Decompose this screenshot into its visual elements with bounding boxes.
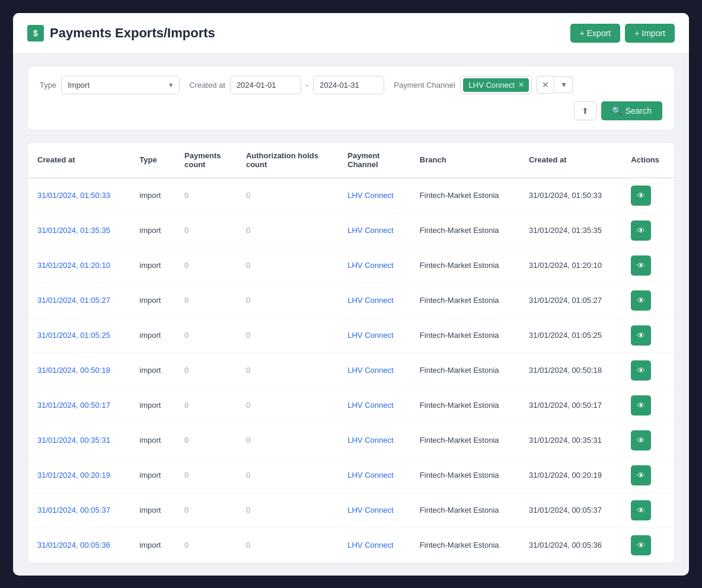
payment-channel-group: Payment Channel LHV Connect ✕ ✕ ▼	[394, 76, 573, 94]
cell-branch-7: Fintech-Market Estonia	[410, 423, 519, 458]
cell-created-at-0: 31/01/2024, 01:50:33	[28, 178, 130, 213]
view-button-0[interactable]: 👁	[631, 186, 651, 206]
view-button-9[interactable]: 👁	[631, 500, 651, 520]
table-row: 31/01/2024, 01:50:33 import 0 0 LHV Conn…	[28, 178, 674, 213]
date-from-input[interactable]	[230, 76, 301, 94]
cell-created-at2-6: 31/01/2024, 00:50:17	[519, 388, 621, 423]
eye-icon-1: 👁	[637, 226, 645, 235]
cell-type-4: import	[130, 318, 175, 353]
cell-branch-5: Fintech-Market Estonia	[410, 353, 519, 388]
view-button-5[interactable]: 👁	[631, 360, 651, 381]
cell-payments-count-7: 0	[175, 423, 237, 458]
channel-link-0[interactable]: LHV Connect	[347, 191, 393, 200]
channel-link-7[interactable]: LHV Connect	[347, 436, 393, 445]
eye-icon-3: 👁	[637, 296, 645, 305]
created-at-link-2[interactable]: 31/01/2024, 01:20:10	[37, 261, 110, 270]
created-at-link-4[interactable]: 31/01/2024, 01:05:25	[37, 331, 110, 340]
header-left: $ Payments Exports/Imports	[27, 25, 215, 41]
cell-created-at-5: 31/01/2024, 00:50:18	[28, 353, 130, 388]
cell-branch-0: Fintech-Market Estonia	[410, 178, 519, 213]
created-at-link-5[interactable]: 31/01/2024, 00:50:18	[37, 366, 110, 375]
channel-link-8[interactable]: LHV Connect	[347, 471, 393, 480]
created-at-link-0[interactable]: 31/01/2024, 01:50:33	[37, 191, 110, 200]
channel-link-5[interactable]: LHV Connect	[347, 366, 393, 375]
cell-payments-count-4: 0	[175, 318, 237, 353]
type-filter-group: Type Import Export	[40, 76, 180, 94]
cell-type-1: import	[130, 213, 175, 248]
cell-actions-9: 👁	[621, 493, 674, 528]
view-button-8[interactable]: 👁	[631, 465, 651, 485]
cell-auth-holds-7: 0	[237, 423, 338, 458]
created-at-link-1[interactable]: 31/01/2024, 01:35:35	[37, 226, 110, 235]
cell-branch-8: Fintech-Market Estonia	[410, 458, 519, 493]
cell-auth-holds-5: 0	[237, 353, 338, 388]
table-row: 31/01/2024, 01:05:25 import 0 0 LHV Conn…	[28, 318, 674, 353]
cell-auth-holds-3: 0	[237, 283, 338, 318]
export-button[interactable]: + Export	[570, 24, 621, 43]
cell-auth-holds-6: 0	[237, 388, 338, 423]
channel-link-2[interactable]: LHV Connect	[347, 261, 393, 270]
page-title: Payments Exports/Imports	[50, 25, 215, 41]
type-select-wrapper: Import Export	[61, 76, 180, 94]
col-created-at: Created at	[28, 143, 130, 178]
channel-link-3[interactable]: LHV Connect	[347, 296, 393, 305]
cell-auth-holds-0: 0	[237, 178, 338, 213]
view-button-2[interactable]: 👁	[631, 255, 651, 276]
created-at-link-8[interactable]: 31/01/2024, 00:20:19	[37, 471, 110, 480]
col-actions: Actions	[621, 143, 674, 178]
cell-created-at2-9: 31/01/2024, 00:05:37	[519, 493, 621, 528]
table-body: 31/01/2024, 01:50:33 import 0 0 LHV Conn…	[28, 178, 674, 563]
cell-actions-3: 👁	[621, 283, 674, 318]
cell-type-3: import	[130, 283, 175, 318]
cell-created-at2-4: 31/01/2024, 01:05:25	[519, 318, 621, 353]
date-to-input[interactable]	[313, 76, 384, 94]
col-payments-count: Paymentscount	[175, 143, 237, 178]
cell-auth-holds-10: 0	[237, 528, 338, 563]
channel-link-9[interactable]: LHV Connect	[347, 506, 393, 514]
cell-created-at-9: 31/01/2024, 00:05:37	[28, 493, 130, 528]
created-at-link-10[interactable]: 31/01/2024, 00:05:36	[37, 541, 110, 549]
view-button-7[interactable]: 👁	[631, 430, 651, 450]
eye-icon-0: 👁	[637, 191, 645, 200]
eye-icon-9: 👁	[637, 506, 645, 515]
type-select[interactable]: Import Export	[61, 76, 180, 94]
channel-dropdown-button[interactable]: ▼	[556, 76, 573, 93]
channel-link-10[interactable]: LHV Connect	[347, 541, 393, 549]
cell-actions-6: 👁	[621, 388, 674, 423]
search-button[interactable]: 🔍 Search	[601, 101, 662, 120]
import-button[interactable]: + Import	[625, 24, 675, 43]
view-button-6[interactable]: 👁	[631, 395, 651, 416]
upload-button[interactable]: ⬆	[574, 101, 596, 120]
created-at-link-3[interactable]: 31/01/2024, 01:05:27	[37, 296, 110, 305]
cell-payment-channel-6: LHV Connect	[338, 388, 410, 423]
table-row: 31/01/2024, 01:05:27 import 0 0 LHV Conn…	[28, 283, 674, 318]
created-at-link-9[interactable]: 31/01/2024, 00:05:37	[37, 506, 110, 514]
channel-remove-icon[interactable]: ✕	[518, 81, 524, 89]
created-at-link-7[interactable]: 31/01/2024, 00:35:31	[37, 436, 110, 445]
col-type: Type	[130, 143, 175, 178]
table-row: 31/01/2024, 00:20:19 import 0 0 LHV Conn…	[28, 458, 674, 493]
table-header: Created at Type Paymentscount Authorizat…	[28, 143, 674, 178]
channel-link-4[interactable]: LHV Connect	[347, 331, 393, 340]
view-button-1[interactable]: 👁	[631, 220, 651, 241]
cell-actions-7: 👁	[621, 423, 674, 458]
eye-icon-6: 👁	[637, 401, 645, 410]
channel-link-1[interactable]: LHV Connect	[347, 226, 393, 235]
channel-controls: ✕ ▼	[537, 76, 573, 94]
search-icon: 🔍	[612, 106, 622, 116]
view-button-3[interactable]: 👁	[631, 290, 651, 311]
cell-created-at-10: 31/01/2024, 00:05:36	[28, 528, 130, 563]
channel-clear-button[interactable]: ✕	[537, 76, 554, 94]
view-button-4[interactable]: 👁	[631, 325, 651, 346]
cell-created-at-8: 31/01/2024, 00:20:19	[28, 458, 130, 493]
cell-payment-channel-4: LHV Connect	[338, 318, 410, 353]
view-button-10[interactable]: 👁	[631, 535, 651, 555]
channel-link-6[interactable]: LHV Connect	[347, 401, 393, 410]
eye-icon-5: 👁	[637, 366, 645, 375]
eye-icon-10: 👁	[637, 541, 645, 550]
cell-payments-count-2: 0	[175, 248, 237, 283]
date-separator: -	[306, 81, 308, 90]
created-at-link-6[interactable]: 31/01/2024, 00:50:17	[37, 401, 110, 410]
cell-payments-count-10: 0	[175, 528, 237, 563]
app-container: $ Payments Exports/Imports + Export + Im…	[13, 13, 689, 576]
